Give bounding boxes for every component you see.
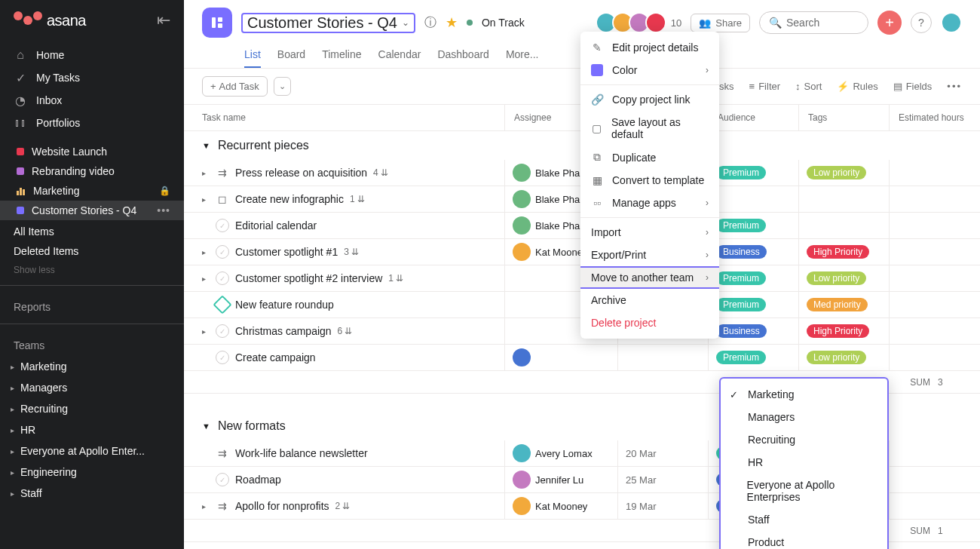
filter-icon: ≡ <box>749 81 755 92</box>
sidebar-team-item[interactable]: ▸HR <box>0 419 184 440</box>
tab-timeline[interactable]: Timeline <box>322 42 361 68</box>
star-icon[interactable]: ★ <box>446 14 458 31</box>
submenu-team-item[interactable]: Everyone at Apollo Enterprises <box>721 474 887 508</box>
nav-home[interactable]: ⌂Home <box>0 44 184 66</box>
task-row[interactable]: ✓Create campaignPremiumLow priority <box>184 345 980 371</box>
add-task-dropdown[interactable]: ⌄ <box>274 77 291 96</box>
nav-inbox[interactable]: ◔Inbox <box>0 89 184 112</box>
search-input[interactable]: 🔍Search <box>759 11 868 34</box>
sidebar-project-item[interactable]: Marketing🔒 <box>0 181 184 201</box>
submenu-team-item[interactable]: Recruiting <box>721 428 887 451</box>
svg-rect-2 <box>218 23 222 28</box>
check-circle-icon[interactable]: ✓ <box>216 324 229 338</box>
menu-copy-link[interactable]: 🔗Copy project link <box>580 88 719 111</box>
fields-button[interactable]: ▤Fields <box>893 81 933 92</box>
tab-more[interactable]: More... <box>506 42 539 68</box>
project-title-wrapper[interactable]: Customer Stories - Q4 ⌄ <box>241 13 415 33</box>
tab-calendar[interactable]: Calendar <box>378 42 421 68</box>
menu-duplicate[interactable]: ⧉Duplicate <box>580 146 719 169</box>
project-color-icon[interactable] <box>202 8 232 38</box>
project-name: Website Launch <box>32 146 107 158</box>
sum-label: SUM <box>890 371 935 393</box>
nav-deleted-items[interactable]: Deleted Items <box>0 241 184 261</box>
submenu-team-item[interactable]: Staff <box>721 508 887 531</box>
team-list: ▸Marketing▸Managers▸Recruiting▸HR▸Everyo… <box>0 356 184 504</box>
rules-button[interactable]: ⚡Rules <box>837 81 877 92</box>
filter-button[interactable]: ≡Filter <box>749 81 780 92</box>
menu-move-team[interactable]: Move to another team› <box>580 266 719 289</box>
subtask-icon: ⇊ <box>351 247 359 257</box>
nav-my-tasks[interactable]: ✓My Tasks <box>0 66 184 89</box>
global-add-button[interactable]: + <box>877 11 902 35</box>
sidebar-team-item[interactable]: ▸Marketing <box>0 356 184 377</box>
tab-list[interactable]: List <box>244 42 261 68</box>
team-name: HR <box>20 424 35 436</box>
more-icon[interactable]: ••• <box>947 81 962 92</box>
submenu-team-item[interactable]: Product <box>721 531 887 549</box>
nav-label: Inbox <box>36 94 62 106</box>
expand-icon[interactable]: ▸ <box>202 274 210 283</box>
help-button[interactable]: ? <box>911 12 932 33</box>
sidebar-team-item[interactable]: ▸Recruiting <box>0 398 184 419</box>
team-option-label: Staff <box>748 514 770 526</box>
menu-archive[interactable]: Archive <box>580 289 719 311</box>
submenu-team-item[interactable]: ✓Marketing <box>721 383 887 406</box>
submenu-team-item[interactable]: Managers <box>721 406 887 428</box>
menu-convert-template[interactable]: ▦Convert to template <box>580 169 719 192</box>
collapse-sidebar-icon[interactable]: ⇤ <box>157 11 170 30</box>
member-avatars[interactable]: 10 <box>600 12 681 33</box>
more-icon[interactable]: ••• <box>157 204 170 216</box>
nav-all-items[interactable]: All Items <box>0 222 184 241</box>
status-label[interactable]: On Track <box>482 17 525 29</box>
user-avatar[interactable] <box>941 12 962 33</box>
col-tags[interactable]: Tags <box>799 105 890 130</box>
sort-button[interactable]: ↕Sort <box>795 81 822 92</box>
sidebar-project-item[interactable]: Website Launch <box>0 142 184 161</box>
sidebar-project-item[interactable]: Customer Stories - Q4••• <box>0 201 184 220</box>
show-less-button[interactable]: Show less <box>0 261 184 279</box>
assignee-avatar <box>513 243 531 261</box>
col-estimated-hours[interactable]: Estimated hours <box>890 105 980 130</box>
tool-label: Filter <box>758 81 780 92</box>
add-task-button[interactable]: +Add Task <box>202 76 268 97</box>
audience-pill: Premium <box>716 298 766 311</box>
info-icon[interactable]: ⓘ <box>424 15 436 31</box>
check-circle-icon[interactable]: ✓ <box>216 351 229 364</box>
expand-icon[interactable]: ▸ <box>202 195 210 204</box>
expand-icon[interactable]: ▸ <box>202 169 210 177</box>
menu-edit-details[interactable]: ✎Edit project details <box>580 36 719 59</box>
check-circle-icon[interactable]: ✓ <box>216 219 229 232</box>
col-task-name[interactable]: Task name <box>184 105 505 130</box>
logo[interactable]: asana <box>14 12 86 29</box>
section-name: New formats <box>218 419 286 433</box>
tool-label: Rules <box>853 81 877 92</box>
menu-label: Copy project link <box>612 94 691 106</box>
menu-delete-project[interactable]: Delete project <box>580 311 719 334</box>
share-button[interactable]: 👥Share <box>691 14 750 32</box>
col-audience[interactable]: Audience <box>709 105 799 130</box>
expand-icon[interactable]: ▸ <box>202 502 210 511</box>
sidebar-team-item[interactable]: ▸Engineering <box>0 462 184 483</box>
tab-dashboard[interactable]: Dashboard <box>437 42 489 68</box>
tab-board[interactable]: Board <box>277 42 305 68</box>
reports-section[interactable]: Reports <box>0 292 184 317</box>
sidebar-team-item[interactable]: ▸Staff <box>0 483 184 504</box>
check-circle-icon[interactable]: ✓ <box>216 473 229 486</box>
menu-export-print[interactable]: Export/Print› <box>580 244 719 266</box>
sidebar-team-item[interactable]: ▸Managers <box>0 377 184 398</box>
submenu-team-item[interactable]: HR <box>721 451 887 474</box>
assignee-name: Jennifer Lu <box>535 474 583 486</box>
menu-color[interactable]: Color› <box>580 59 719 81</box>
menu-import[interactable]: Import› <box>580 221 719 244</box>
menu-save-layout[interactable]: ▢Save layout as default <box>580 111 719 146</box>
expand-icon[interactable]: ▸ <box>202 327 210 336</box>
audience-pill: Premium <box>716 219 766 232</box>
check-circle-icon[interactable]: ✓ <box>216 271 229 285</box>
sidebar-project-item[interactable]: Rebranding video <box>0 161 184 181</box>
expand-icon[interactable]: ▸ <box>202 248 210 256</box>
sidebar-team-item[interactable]: ▸Everyone at Apollo Enter... <box>0 440 184 462</box>
nav-portfolios[interactable]: ⫾⫾Portfolios <box>0 112 184 134</box>
menu-manage-apps[interactable]: ▫▫Manage apps› <box>580 192 719 214</box>
check-circle-icon[interactable]: ✓ <box>216 245 229 259</box>
assignee-name: Kat Mooney <box>535 501 587 512</box>
